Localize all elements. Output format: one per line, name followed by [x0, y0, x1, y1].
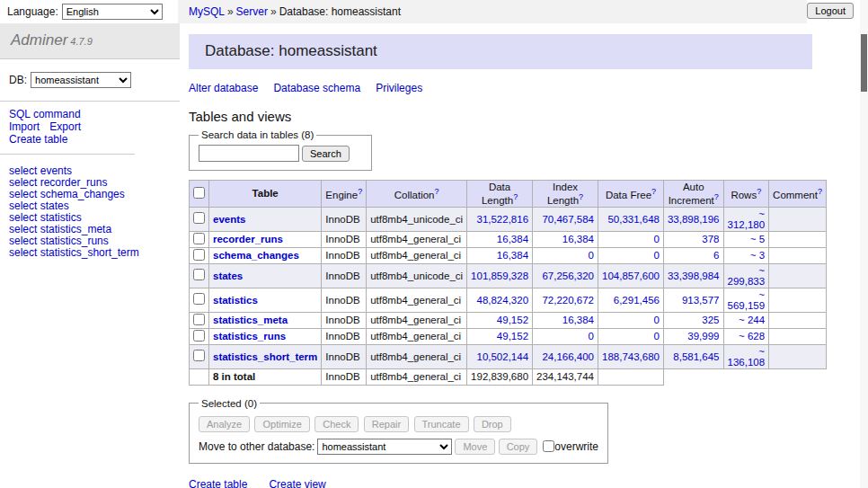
data-free-link-events[interactable]: 50,331,648 [607, 214, 660, 225]
doc-link-engine[interactable]: ? [358, 190, 362, 200]
logout-button[interactable]: Logout [807, 3, 854, 19]
auto-increment-link-recorder_runs[interactable]: 378 [702, 234, 719, 244]
row-checkbox-statistics_short_term[interactable] [193, 350, 205, 361]
rows-link-recorder_runs[interactable]: ~ 5 [750, 234, 765, 244]
index-length-link-states[interactable]: 67,256,320 [542, 271, 594, 281]
db-select[interactable]: homeassistant [31, 72, 131, 88]
sidebar-table-link-recorder_runs[interactable]: recorder_runs [40, 176, 108, 189]
doc-link-data-free[interactable]: ? [651, 190, 656, 200]
auto-increment-link-statistics_short_term[interactable]: 8,581,645 [673, 351, 719, 362]
data-length-link-states[interactable]: 101,859,328 [471, 271, 528, 281]
sidebar-table-link-events[interactable]: events [40, 164, 72, 177]
sidebar-table-link-statistics_runs[interactable]: statistics_runs [40, 235, 109, 247]
index-length-link-statistics_short_term[interactable]: 24,166,400 [542, 351, 594, 362]
breadcrumb-server[interactable]: Server [236, 5, 268, 18]
index-length-link-statistics_runs[interactable]: 0 [589, 331, 594, 342]
data-free-link-recorder_runs[interactable]: 0 [654, 234, 660, 244]
data-length-link-recorder_runs[interactable]: 16,384 [497, 234, 528, 244]
data-length-link-statistics_meta[interactable]: 49,152 [497, 315, 528, 325]
scrollbar-thumb[interactable] [861, 34, 867, 92]
rows-link-statistics_short_term[interactable]: ~ 136,108 [728, 346, 766, 368]
rows-link-schema_changes[interactable]: ~ 3 [750, 250, 765, 261]
table-name-link-statistics_runs[interactable]: statistics_runs [213, 331, 286, 342]
auto-increment-link-statistics[interactable]: 913,577 [682, 295, 720, 306]
sidebar-action-export[interactable]: Export [49, 120, 81, 133]
data-free-link-states[interactable]: 104,857,600 [602, 271, 660, 281]
select-all-checkbox[interactable] [193, 187, 205, 199]
index-length-link-statistics[interactable]: 72,220,672 [542, 295, 594, 306]
table-name-link-statistics_meta[interactable]: statistics_meta [213, 315, 288, 325]
search-input[interactable] [199, 145, 299, 162]
sidebar-table-link-schema_changes[interactable]: schema_changes [40, 188, 125, 200]
sidebar-select-link-statistics_meta[interactable]: select [9, 223, 37, 235]
data-free-link-statistics_short_term[interactable]: 188,743,680 [602, 351, 660, 362]
data-free-link-statistics[interactable]: 6,291,456 [614, 295, 660, 306]
search-button[interactable]: Search [302, 146, 350, 162]
data-length-link-statistics_short_term[interactable]: 10,502,144 [476, 351, 528, 362]
sidebar-select-link-recorder_runs[interactable]: select [9, 176, 37, 189]
row-checkbox-statistics_meta[interactable] [193, 314, 205, 325]
link-privileges[interactable]: Privileges [376, 82, 422, 94]
sidebar-select-link-statistics_short_term[interactable]: select [9, 246, 37, 259]
data-length-link-statistics_runs[interactable]: 49,152 [497, 331, 528, 342]
row-checkbox-recorder_runs[interactable] [193, 233, 205, 244]
table-name-link-statistics_short_term[interactable]: statistics_short_term [213, 351, 317, 362]
sidebar-action-create-table[interactable]: Create table [9, 133, 67, 146]
link-create-view[interactable]: Create view [269, 478, 325, 488]
breadcrumb-mysql[interactable]: MySQL [189, 5, 225, 18]
scrollbar[interactable] [860, 0, 868, 488]
doc-link-comment[interactable]: ? [818, 190, 822, 200]
row-checkbox-statistics_runs[interactable] [193, 330, 205, 342]
row-checkbox-events[interactable] [193, 212, 205, 224]
table-name-link-states[interactable]: states [213, 271, 243, 281]
sidebar-select-link-states[interactable]: select [9, 200, 37, 212]
index-length-link-schema_changes[interactable]: 0 [589, 250, 594, 261]
link-alter-database[interactable]: Alter database [189, 82, 258, 94]
rows-link-states[interactable]: ~ 299,833 [728, 265, 766, 287]
data-length-link-schema_changes[interactable]: 16,384 [497, 250, 528, 261]
table-name-link-recorder_runs[interactable]: recorder_runs [213, 234, 283, 244]
data-length-link-statistics[interactable]: 48,824,320 [476, 295, 528, 306]
link-create-table[interactable]: Create table [189, 478, 247, 488]
auto-increment-link-statistics_runs[interactable]: 39,999 [687, 331, 719, 342]
data-free-link-statistics_runs[interactable]: 0 [654, 331, 660, 342]
row-checkbox-states[interactable] [193, 269, 205, 280]
auto-increment-link-statistics_meta[interactable]: 325 [702, 315, 719, 325]
doc-link-data-length[interactable]: ? [513, 195, 518, 206]
sidebar-select-link-statistics_runs[interactable]: select [9, 235, 37, 247]
doc-link-auto-increment[interactable]: ? [714, 195, 719, 206]
table-name-link-events[interactable]: events [213, 214, 245, 225]
doc-link-collation[interactable]: ? [434, 190, 438, 200]
data-free-link-statistics_meta[interactable]: 0 [654, 315, 660, 325]
move-db-select[interactable]: homeassistant [317, 439, 452, 455]
auto-increment-link-schema_changes[interactable]: 6 [713, 250, 719, 261]
sidebar-table-link-statistics_short_term[interactable]: statistics_short_term [40, 246, 139, 259]
table-name-link-schema_changes[interactable]: schema_changes [213, 250, 299, 261]
sidebar-table-link-states[interactable]: states [40, 200, 69, 212]
sidebar-action-sql-command[interactable]: SQL command [9, 108, 81, 120]
sidebar-select-link-schema_changes[interactable]: select [9, 188, 37, 200]
rows-link-statistics[interactable]: ~ 569,159 [728, 289, 766, 311]
index-length-link-events[interactable]: 70,467,584 [542, 214, 594, 225]
sidebar-table-link-statistics[interactable]: statistics [40, 211, 82, 224]
table-name-link-statistics[interactable]: statistics [213, 295, 258, 306]
index-length-link-statistics_meta[interactable]: 16,384 [562, 315, 594, 325]
data-free-link-schema_changes[interactable]: 0 [654, 250, 660, 261]
sidebar-select-link-events[interactable]: select [9, 164, 37, 177]
link-database-schema[interactable]: Database schema [273, 82, 360, 94]
rows-link-statistics_runs[interactable]: ~ 628 [739, 331, 765, 342]
language-select[interactable]: English [62, 4, 163, 20]
doc-link-index-length[interactable]: ? [579, 195, 583, 206]
overwrite-checkbox[interactable] [543, 440, 554, 452]
rows-link-statistics_meta[interactable]: ~ 244 [739, 315, 765, 325]
sidebar-select-link-statistics[interactable]: select [9, 211, 37, 224]
index-length-link-recorder_runs[interactable]: 16,384 [562, 234, 594, 244]
row-checkbox-statistics[interactable] [193, 293, 205, 305]
sidebar-action-import[interactable]: Import [9, 120, 40, 133]
sidebar-table-link-statistics_meta[interactable]: statistics_meta [40, 223, 111, 235]
auto-increment-link-events[interactable]: 33,898,196 [668, 214, 720, 225]
row-checkbox-schema_changes[interactable] [193, 249, 205, 261]
auto-increment-link-states[interactable]: 33,398,984 [668, 271, 720, 281]
rows-link-events[interactable]: ~ 312,180 [728, 209, 766, 230]
data-length-link-events[interactable]: 31,522,816 [476, 214, 528, 225]
